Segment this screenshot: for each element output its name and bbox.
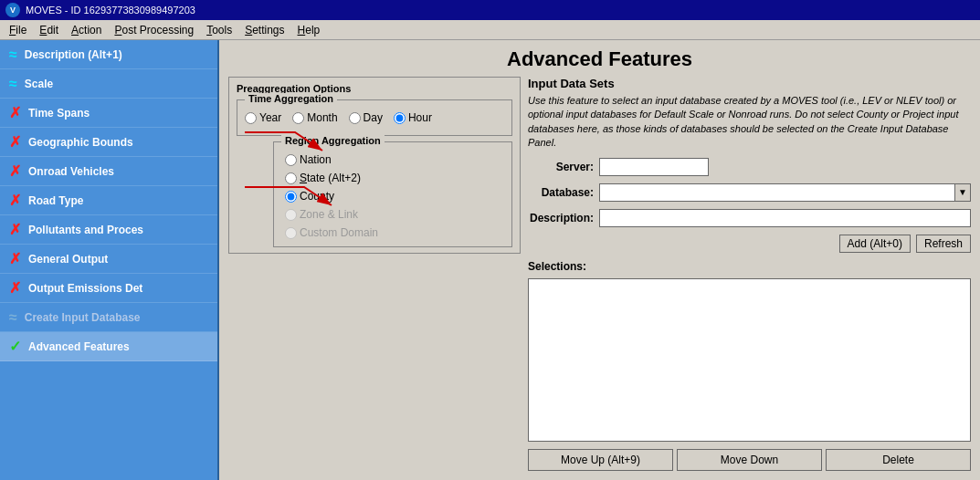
database-dropdown-btn[interactable]: ▼ (954, 183, 971, 202)
menu-bar: File Edit Action Post Processing Tools S… (0, 20, 980, 40)
x-icon: ✗ (9, 133, 21, 151)
time-aggregation-group: Time Aggregation Year Month (237, 99, 512, 136)
server-input[interactable] (599, 158, 709, 176)
sidebar-item-onroad-vehicles[interactable]: ✗ Onroad Vehicles (0, 157, 217, 186)
radio-custom-domain-input[interactable] (285, 227, 297, 239)
sidebar-item-label: Onroad Vehicles (28, 165, 114, 178)
radio-zone-link-label: Zone & Link (300, 208, 358, 221)
menu-settings[interactable]: Settings (239, 22, 290, 38)
add-button[interactable]: Add (Alt+0) (839, 235, 911, 253)
radio-day-input[interactable] (349, 112, 361, 124)
radio-state[interactable]: State (Alt+2) (285, 172, 501, 184)
x-icon: ✗ (9, 221, 21, 238)
menu-action[interactable]: Action (66, 22, 107, 38)
radio-county[interactable]: County (285, 190, 501, 203)
menu-tools[interactable]: Tools (201, 22, 237, 38)
menu-post-processing[interactable]: Post Processing (109, 22, 199, 38)
sidebar-item-label: Time Spans (28, 107, 90, 120)
database-row: Database: ▼ (528, 183, 971, 202)
x-icon: ✗ (9, 250, 21, 267)
sidebar-item-output-emissions[interactable]: ✗ Output Emissions Det (0, 274, 217, 303)
region-aggregation-label: Region Aggregation (281, 135, 385, 146)
sidebar-item-geographic-bounds[interactable]: ✗ Geographic Bounds (0, 128, 217, 157)
radio-zone-link-input[interactable] (285, 209, 297, 221)
sidebar-item-label: Pollutants and Proces (28, 224, 143, 236)
left-panel: Preaggregation Options Time Aggregation … (228, 77, 521, 471)
region-aggregation-group: Region Aggregation Nation State (Alt+2) (273, 141, 512, 247)
radio-county-input[interactable] (285, 191, 297, 203)
sidebar: ≈ Description (Alt+1) ≈ Scale ✗ Time Spa… (0, 40, 219, 480)
description-row: Description: (528, 209, 971, 227)
move-up-button[interactable]: Move Up (Alt+9) (528, 449, 673, 471)
radio-year-input[interactable] (245, 112, 257, 124)
delete-button[interactable]: Delete (826, 449, 971, 471)
database-input[interactable] (599, 183, 954, 202)
radio-hour-label: Hour (408, 111, 432, 124)
x-icon: ✗ (9, 104, 21, 121)
radio-hour-input[interactable] (394, 112, 406, 124)
description-label: Description: (528, 212, 594, 224)
selections-label: Selections: (528, 260, 971, 273)
title-bar: V MOVES - ID 16293773830989497203 (0, 0, 980, 20)
wave-icon: ≈ (9, 47, 17, 63)
move-down-button[interactable]: Move Down (677, 449, 822, 471)
radio-state-label: State (Alt+2) (300, 172, 361, 184)
server-label: Server: (528, 161, 594, 173)
sidebar-item-advanced-features[interactable]: ✓ Advanced Features (0, 332, 217, 361)
database-label: Database: (528, 186, 594, 199)
check-icon: ✓ (9, 338, 21, 355)
input-data-sets-title: Input Data Sets (528, 77, 971, 90)
x-icon: ✗ (9, 162, 21, 180)
radio-custom-domain[interactable]: Custom Domain (285, 226, 501, 239)
radio-day[interactable]: Day (349, 111, 383, 124)
radio-custom-domain-label: Custom Domain (300, 226, 378, 239)
sidebar-item-road-type[interactable]: ✗ Road Type (0, 186, 217, 215)
sidebar-item-general-output[interactable]: ✗ General Output (0, 245, 217, 274)
radio-month-input[interactable] (292, 112, 304, 124)
title-bar-text: MOVES - ID 16293773830989497203 (26, 5, 195, 16)
wave-icon: ≈ (9, 76, 17, 92)
sidebar-item-label: Create Input Database (25, 311, 141, 324)
action-buttons-row: Add (Alt+0) Refresh (528, 235, 971, 253)
content-area: Advanced Features Preaggregation Options… (219, 40, 980, 480)
main-container: ≈ Description (Alt+1) ≈ Scale ✗ Time Spa… (0, 40, 980, 480)
radio-nation-input[interactable] (285, 154, 297, 166)
radio-zone-link[interactable]: Zone & Link (285, 208, 501, 221)
sidebar-item-label: Description (Alt+1) (25, 48, 122, 61)
sidebar-item-label: Road Type (28, 194, 83, 207)
preaggregation-section: Preaggregation Options Time Aggregation … (228, 77, 521, 254)
input-data-sets-desc: Use this feature to select an input data… (528, 94, 971, 151)
menu-help[interactable]: Help (292, 22, 326, 38)
radio-state-input[interactable] (285, 172, 297, 184)
radio-month[interactable]: Month (292, 111, 337, 124)
radio-hour[interactable]: Hour (394, 111, 432, 124)
page-title: Advanced Features (219, 40, 980, 77)
menu-file[interactable]: File (4, 22, 32, 38)
radio-year[interactable]: Year (245, 111, 281, 124)
radio-year-label: Year (259, 111, 281, 124)
radio-nation[interactable]: Nation (285, 153, 501, 166)
menu-edit[interactable]: Edit (34, 22, 64, 38)
server-row: Server: (528, 158, 971, 176)
sidebar-item-time-spans[interactable]: ✗ Time Spans (0, 99, 217, 128)
sidebar-item-label: Scale (25, 78, 53, 90)
radio-month-label: Month (307, 111, 337, 124)
sidebar-item-label: Output Emissions Det (28, 282, 142, 295)
radio-day-label: Day (364, 111, 383, 124)
description-input[interactable] (599, 209, 971, 227)
x-icon: ✗ (9, 279, 21, 297)
sidebar-item-label: Geographic Bounds (28, 136, 133, 149)
sidebar-item-scale[interactable]: ≈ Scale (0, 69, 217, 99)
refresh-button[interactable]: Refresh (916, 235, 971, 253)
sidebar-item-label: General Output (28, 253, 108, 266)
sidebar-item-label: Advanced Features (28, 340, 130, 353)
radio-county-label: County (300, 190, 334, 203)
sidebar-item-create-input-db[interactable]: ≈ Create Input Database (0, 303, 217, 332)
right-panel: Input Data Sets Use this feature to sele… (528, 77, 971, 471)
database-dropdown: ▼ (599, 183, 971, 202)
time-aggregation-options: Year Month Day (245, 108, 504, 128)
time-aggregation-label: Time Aggregation (245, 93, 337, 104)
app-logo: V (5, 3, 20, 17)
sidebar-item-description[interactable]: ≈ Description (Alt+1) (0, 40, 217, 69)
sidebar-item-pollutants[interactable]: ✗ Pollutants and Proces (0, 215, 217, 245)
